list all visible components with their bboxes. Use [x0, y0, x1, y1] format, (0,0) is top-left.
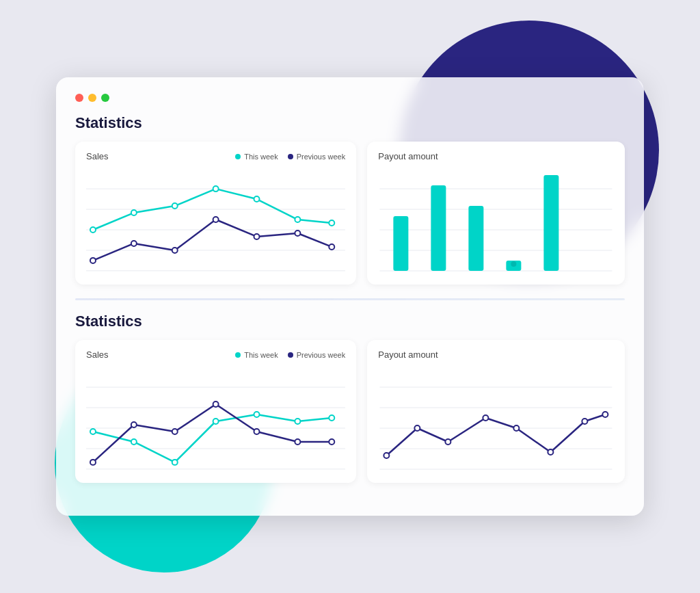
- section2-legend-this-week: This week: [235, 351, 278, 359]
- section2-payout-title: Payout amount: [378, 350, 438, 360]
- svg-point-41: [329, 415, 334, 421]
- close-button[interactable]: [75, 94, 83, 102]
- section2-sales-svg: [86, 367, 345, 476]
- svg-point-6: [131, 210, 137, 215]
- section2-charts-row: Sales This week Previous week: [75, 340, 625, 483]
- svg-point-36: [131, 439, 137, 445]
- svg-point-54: [384, 453, 390, 458]
- svg-point-18: [329, 244, 334, 250]
- section-divider: [75, 298, 625, 300]
- svg-point-7: [172, 203, 178, 209]
- section1-charts-row: Sales This week Previous week: [75, 142, 625, 285]
- svg-point-38: [213, 419, 219, 424]
- svg-point-8: [213, 186, 219, 192]
- section1-sales-legend: This week Previous week: [235, 153, 345, 161]
- svg-point-61: [603, 412, 608, 417]
- legend-previous-week: Previous week: [288, 153, 346, 161]
- legend-this-week: This week: [235, 153, 278, 161]
- section2-legend-dot-teal: [235, 352, 241, 358]
- svg-point-47: [295, 439, 300, 445]
- svg-point-55: [415, 425, 420, 431]
- maximize-button[interactable]: [101, 94, 109, 102]
- section2-payout-svg: [378, 367, 614, 476]
- svg-point-42: [90, 460, 96, 465]
- svg-point-14: [172, 248, 178, 253]
- svg-point-43: [131, 422, 137, 427]
- svg-point-35: [90, 429, 96, 434]
- section1-payout-svg: [378, 168, 614, 278]
- legend-dot-teal: [235, 154, 241, 159]
- svg-point-57: [483, 415, 489, 421]
- svg-point-29: [511, 261, 517, 267]
- svg-point-39: [254, 412, 260, 417]
- svg-point-48: [329, 439, 334, 445]
- svg-point-56: [446, 439, 451, 445]
- svg-point-11: [329, 220, 334, 226]
- svg-point-10: [295, 217, 300, 222]
- section2-legend-previous-week: Previous week: [288, 351, 346, 359]
- section1-title: Statistics: [75, 114, 625, 132]
- section1-sales-svg: [86, 168, 345, 278]
- app-window: Statistics Sales This week Previous week: [56, 77, 644, 516]
- section2-sales-legend: This week Previous week: [235, 351, 345, 359]
- svg-point-45: [213, 401, 219, 407]
- section1-payout-chart-card: Payout amount: [367, 142, 625, 285]
- section2-payout-chart-header: Payout amount: [378, 350, 614, 360]
- svg-rect-28: [544, 175, 559, 271]
- section2-sales-title: Sales: [86, 350, 109, 360]
- section2-sales-chart-card: Sales This week Previous week: [75, 340, 356, 483]
- svg-point-44: [172, 429, 178, 434]
- svg-point-13: [131, 241, 137, 246]
- svg-point-15: [213, 217, 219, 222]
- svg-point-60: [582, 419, 588, 424]
- window-controls: [75, 94, 625, 102]
- svg-rect-26: [469, 206, 484, 271]
- minimize-button[interactable]: [88, 94, 96, 102]
- svg-point-12: [90, 258, 96, 263]
- section2-legend-dot-navy: [288, 352, 293, 358]
- svg-point-37: [172, 460, 178, 465]
- section2-title: Statistics: [75, 313, 625, 330]
- svg-point-17: [295, 230, 300, 236]
- svg-point-46: [254, 429, 260, 434]
- svg-rect-24: [394, 216, 409, 271]
- section2-sales-chart-header: Sales This week Previous week: [86, 350, 345, 360]
- svg-point-9: [254, 196, 260, 202]
- legend-dot-navy: [288, 154, 293, 159]
- section1-sales-chart-card: Sales This week Previous week: [75, 142, 356, 285]
- svg-point-59: [548, 449, 554, 455]
- section2-payout-chart-card: Payout amount: [367, 340, 625, 483]
- svg-point-40: [295, 419, 300, 424]
- section1-payout-chart-header: Payout amount: [378, 151, 614, 161]
- svg-point-5: [90, 227, 96, 233]
- section1-payout-title: Payout amount: [378, 151, 438, 161]
- svg-rect-25: [431, 185, 446, 271]
- svg-point-16: [254, 234, 260, 239]
- section1-sales-title: Sales: [86, 151, 109, 161]
- svg-point-58: [514, 425, 520, 431]
- section1-sales-chart-header: Sales This week Previous week: [86, 151, 345, 161]
